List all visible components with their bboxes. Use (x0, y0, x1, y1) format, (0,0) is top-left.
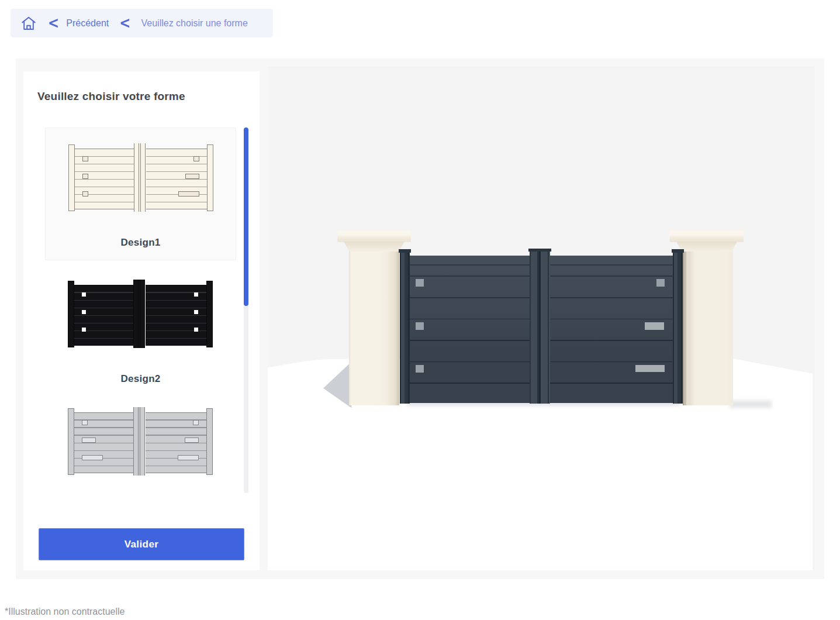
validate-button[interactable]: Valider (39, 528, 244, 560)
thumb-handle (82, 438, 96, 443)
thumb-handle (194, 310, 198, 314)
design-label: Design2 (45, 373, 236, 385)
thumb-left-post (68, 408, 74, 475)
right-pillar-shadow (730, 401, 772, 408)
design-list-scrollbar-track[interactable] (244, 128, 248, 493)
gate-thumbnail-design2 (68, 281, 213, 347)
thumb-handle (82, 174, 88, 179)
chevron-left-icon[interactable]: < (113, 15, 136, 30)
breadcrumb: < Précédent < Veuillez choisir une forme (11, 9, 273, 37)
design-list-scrollbar-thumb[interactable] (244, 128, 248, 306)
thumb-handle (185, 174, 199, 179)
design-list: Design1 Design2 (37, 128, 240, 494)
thumb-right-post (206, 281, 213, 347)
gate-hinge (416, 322, 424, 330)
design-label: Design1 (46, 237, 236, 249)
thumb-handle (178, 191, 199, 197)
thumb-handle (82, 310, 86, 314)
thumb-handle (194, 328, 198, 332)
gate-hinge (416, 365, 424, 373)
right-pillar-cap (670, 230, 744, 242)
left-pillar (349, 250, 399, 405)
left-pillar-cap (337, 230, 411, 242)
thumb-right-post (206, 408, 213, 475)
panel-title: Veuillez choisir votre forme (37, 90, 185, 103)
thumb-handle (82, 455, 103, 460)
thumb-handle (82, 420, 88, 425)
gate-3d-viewport[interactable] (268, 66, 814, 570)
thumb-center-post (134, 143, 146, 212)
thumb-center-post (133, 280, 145, 348)
design-card-3[interactable] (45, 401, 236, 494)
gate-right-stile (673, 249, 683, 404)
gate-handle (645, 322, 664, 330)
thumb-left-post (68, 281, 74, 347)
design-card-design1[interactable]: Design1 (45, 128, 236, 260)
thumb-handle (82, 156, 88, 161)
breadcrumb-current-label: Veuillez choisir une forme (137, 18, 248, 29)
chevron-left-icon[interactable]: < (42, 15, 65, 30)
right-pillar (683, 250, 733, 405)
thumb-handle (178, 455, 199, 460)
gate-center-stiles (530, 249, 550, 404)
validate-button-label: Valider (125, 539, 159, 550)
design-card-design2[interactable]: Design2 (45, 264, 236, 397)
gate-hinge (656, 279, 665, 287)
thumb-handle (82, 292, 86, 297)
thumb-handle (82, 191, 88, 197)
gate-thumbnail-design1 (68, 144, 213, 211)
thumb-left-post (68, 144, 75, 211)
thumb-handle (82, 328, 86, 332)
thumb-handle (194, 292, 198, 297)
gate-handle (635, 365, 665, 372)
thumb-center-post (133, 407, 145, 476)
right-pillar-cap-molding (676, 242, 737, 252)
thumb-handle (185, 438, 199, 443)
disclaimer-text: *Illustration non contractuelle (5, 607, 125, 617)
thumb-handle (193, 420, 199, 425)
gate-configurator-page: < Précédent < Veuillez choisir une forme… (0, 0, 840, 620)
gate-hinge (416, 279, 424, 287)
thumb-right-post (207, 144, 213, 211)
gate-left-stile (400, 249, 410, 404)
thumb-handle (193, 156, 199, 161)
home-button[interactable] (15, 9, 42, 37)
gate-thumbnail-3 (68, 408, 213, 475)
left-pillar-cap-molding (344, 242, 405, 252)
previous-button[interactable]: Précédent (65, 18, 113, 29)
home-icon (20, 15, 37, 32)
